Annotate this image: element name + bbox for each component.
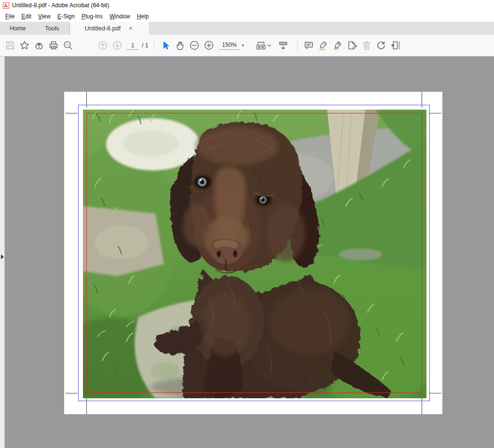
zoom-out-icon [189, 40, 200, 51]
share-button[interactable] [32, 38, 46, 53]
select-tool-button[interactable] [158, 38, 173, 53]
print-icon [48, 40, 59, 51]
zoom-in-button[interactable] [202, 38, 216, 53]
zoom-level-control[interactable]: 150% ▾ [219, 42, 244, 50]
edit-pdf-button[interactable] [345, 38, 359, 53]
zoom-out-button[interactable] [187, 38, 202, 53]
previous-page-icon [97, 40, 108, 51]
toolbar-separator [154, 40, 154, 51]
tab-bar: Home Tools Untitled-8.pdf × [0, 22, 494, 35]
hand-tool-button[interactable] [173, 38, 187, 53]
left-panel-rail [0, 56, 5, 448]
zoom-in-icon [204, 40, 214, 51]
window-titlebar: Untitled-8.pdf - Adobe Acrobat (64-bit) [0, 0, 494, 11]
acrobat-logo-icon [3, 2, 9, 9]
menu-edit[interactable]: Edit [18, 12, 35, 21]
scroll-mode-button[interactable] [276, 38, 290, 53]
menu-help[interactable]: Help [134, 12, 152, 21]
crop-mark [429, 113, 441, 113]
expand-left-panel-button[interactable] [0, 253, 5, 261]
next-page-button[interactable] [110, 38, 124, 53]
next-page-icon [112, 40, 123, 51]
scroll-mode-icon [278, 40, 288, 51]
main-toolbar: / 1 150% ▾ [0, 35, 494, 56]
highlight-button[interactable] [316, 38, 330, 53]
organize-pages-icon [390, 40, 401, 51]
page-fit-button[interactable] [254, 38, 273, 53]
previous-page-button[interactable] [96, 38, 110, 53]
organize-pages-button[interactable] [388, 38, 403, 53]
rotate-page-icon [376, 40, 386, 51]
menu-file[interactable]: File [2, 12, 18, 21]
document-canvas [0, 56, 494, 448]
page-count-label: / 1 [142, 42, 148, 49]
fill-sign-button[interactable] [330, 38, 345, 53]
page-fit-icon [255, 40, 272, 51]
window-title: Untitled-8.pdf - Adobe Acrobat (64-bit) [12, 2, 109, 9]
tab-tools[interactable]: Tools [35, 22, 69, 35]
menu-view[interactable]: View [35, 12, 54, 21]
menu-esign[interactable]: E-Sign [54, 12, 78, 21]
print-button[interactable] [46, 38, 61, 53]
tab-home[interactable]: Home [0, 22, 35, 35]
save-icon [5, 40, 15, 51]
save-button[interactable] [3, 38, 17, 53]
menu-plugins[interactable]: Plug-Ins [78, 12, 106, 21]
edit-pdf-icon [347, 40, 357, 51]
highlight-icon [318, 40, 329, 51]
page-navigation: / 1 [126, 41, 148, 50]
menu-bar: File Edit View E-Sign Plug-Ins Window He… [0, 11, 494, 22]
find-button[interactable] [61, 38, 75, 53]
menu-window[interactable]: Window [106, 12, 134, 21]
favorite-tool-button[interactable] [17, 38, 32, 53]
fill-sign-icon [332, 40, 343, 51]
comment-button[interactable] [302, 38, 316, 53]
crop-mark [429, 393, 441, 393]
crop-mark [66, 393, 78, 393]
delete-page-button[interactable] [359, 38, 374, 53]
hand-tool-icon [175, 40, 185, 51]
document-tab-label: Untitled-8.pdf [85, 25, 121, 32]
select-tool-icon [160, 40, 171, 51]
trim-guide-box [86, 113, 422, 393]
toolbar-separator [297, 40, 298, 51]
crop-mark [66, 113, 78, 113]
tab-document[interactable]: Untitled-8.pdf × [69, 22, 150, 35]
share-icon [34, 40, 44, 51]
pdf-page [64, 92, 442, 414]
close-tab-icon[interactable]: × [127, 25, 134, 32]
zoom-level-value[interactable]: 150% [219, 42, 240, 50]
delete-page-icon [361, 40, 372, 51]
star-icon [19, 40, 30, 51]
rotate-page-button[interactable] [374, 38, 388, 53]
comment-icon [303, 40, 314, 51]
page-number-input[interactable] [126, 41, 139, 50]
chevron-down-icon[interactable]: ▾ [242, 43, 244, 48]
find-icon [63, 40, 73, 51]
